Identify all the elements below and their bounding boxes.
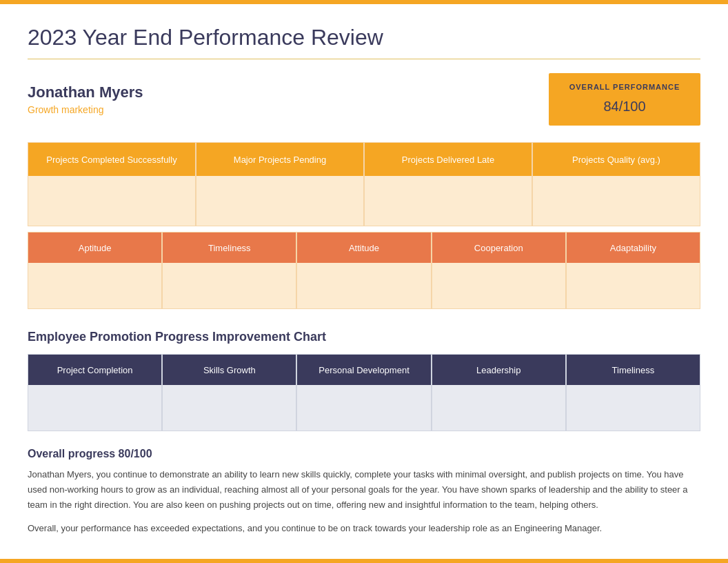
- progress-paragraph: Jonathan Myers, you continue to demonstr…: [28, 467, 700, 513]
- stats-row: Projects Completed Successfully Major Pr…: [28, 142, 700, 226]
- competency-card: Aptitude: [28, 232, 162, 309]
- employee-info: Jonathan Myers Growth marketing: [28, 83, 143, 115]
- competency-card-body: [297, 263, 430, 308]
- progress-paragraph: Overall, your performance has exceeded e…: [28, 521, 700, 536]
- promo-card: Project Completion: [28, 354, 162, 431]
- stat-card-header: Projects Delivered Late: [365, 143, 532, 176]
- overall-performance-box: OVERALL PERFORMANCE 84/100: [549, 73, 700, 126]
- competency-card-header: Cooperation: [432, 233, 565, 263]
- stat-card-body: [365, 176, 532, 226]
- promo-card-header: Skills Growth: [163, 355, 296, 385]
- competency-card: Attitude: [296, 232, 431, 309]
- stat-card-header: Projects Quality (avg.): [533, 143, 700, 176]
- overall-performance-score: 84/100: [568, 92, 681, 116]
- promo-card-header: Personal Development: [297, 355, 430, 385]
- promo-card-header: Project Completion: [28, 355, 161, 385]
- competency-card-header: Adaptability: [567, 233, 700, 263]
- competency-row: Aptitude Timeliness Attitude Cooperation…: [28, 232, 700, 309]
- competency-card-header: Attitude: [297, 233, 430, 263]
- competency-card: Timeliness: [162, 232, 296, 309]
- competency-card: Cooperation: [432, 232, 566, 309]
- score-number: 84: [603, 99, 618, 114]
- stat-card-header: Major Projects Pending: [196, 143, 363, 176]
- promotion-section-title: Employee Promotion Progress Improvement …: [28, 330, 700, 344]
- title-divider: [28, 59, 700, 59]
- overall-progress-title: Overall progress 80/100: [28, 448, 700, 460]
- main-container: 2023 Year End Performance Review Jonatha…: [14, 4, 714, 563]
- page-title: 2023 Year End Performance Review: [28, 25, 700, 50]
- promo-card-header: Leadership: [432, 355, 565, 385]
- overall-performance-label: OVERALL PERFORMANCE: [568, 83, 681, 91]
- competency-card: Adaptability: [566, 232, 700, 309]
- competency-card-body: [28, 263, 161, 308]
- promo-card-header: Timeliness: [567, 355, 700, 385]
- promo-card-body: [432, 385, 565, 431]
- promo-card-body: [163, 385, 296, 431]
- promo-card-body: [297, 385, 430, 431]
- promo-card: Leadership: [432, 354, 566, 431]
- competency-card-header: Timeliness: [163, 233, 296, 263]
- competency-card-body: [567, 263, 700, 308]
- promo-card-body: [28, 385, 161, 431]
- header-row: Jonathan Myers Growth marketing OVERALL …: [28, 73, 700, 126]
- promo-card-body: [567, 385, 700, 431]
- competency-card-header: Aptitude: [28, 233, 161, 263]
- bottom-bar: [0, 559, 728, 563]
- competency-card-body: [432, 263, 565, 308]
- stat-card-body: [28, 176, 195, 226]
- employee-role: Growth marketing: [28, 104, 143, 115]
- competency-card-body: [163, 263, 296, 308]
- stat-card: Projects Delivered Late: [364, 142, 532, 226]
- score-out-of: /100: [619, 99, 646, 114]
- promo-card: Personal Development: [296, 354, 431, 431]
- employee-name: Jonathan Myers: [28, 83, 143, 101]
- progress-paragraphs: Jonathan Myers, you continue to demonstr…: [28, 467, 700, 536]
- promo-card: Skills Growth: [162, 354, 296, 431]
- promo-card: Timeliness: [566, 354, 700, 431]
- stat-card: Projects Quality (avg.): [532, 142, 700, 226]
- stat-card-body: [196, 176, 363, 226]
- stat-card: Projects Completed Successfully: [28, 142, 196, 226]
- promo-row: Project Completion Skills Growth Persona…: [28, 354, 700, 431]
- stat-card-body: [533, 176, 700, 226]
- stat-card-header: Projects Completed Successfully: [28, 143, 195, 176]
- stat-card: Major Projects Pending: [196, 142, 364, 226]
